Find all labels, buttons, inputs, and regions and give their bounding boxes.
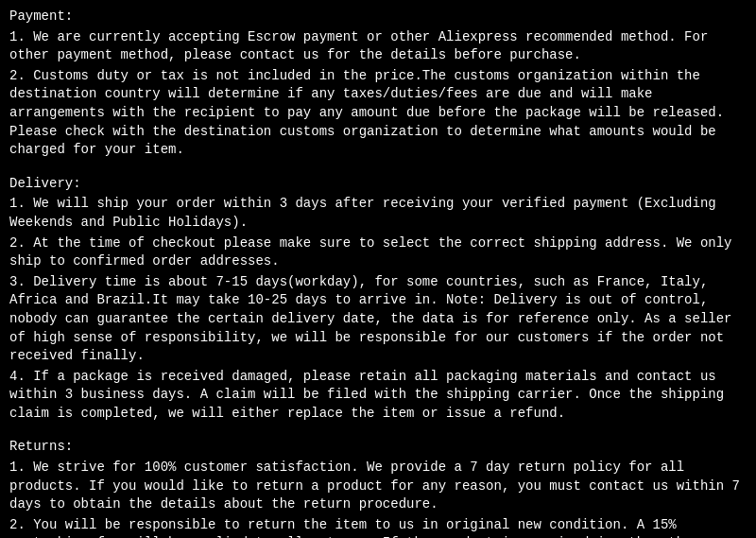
paragraph-delivery-4: 4. If a package is received damaged, ple… (9, 368, 747, 424)
paragraph-payment-1: 1. We are currently accepting Escrow pay… (9, 28, 747, 65)
paragraph-returns-2: 2. You will be responsible to return the… (9, 516, 747, 538)
paragraph-delivery-1: 1. We will ship your order within 3 days… (9, 195, 747, 232)
section-delivery: Delivery:1. We will ship your order with… (9, 175, 747, 424)
section-returns: Returns:1. We strive for 100% customer s… (9, 438, 747, 538)
section-heading-returns: Returns: (9, 438, 747, 457)
section-heading-delivery: Delivery: (9, 175, 747, 194)
paragraph-payment-2: 2. Customs duty or tax is not included i… (9, 67, 747, 160)
paragraph-delivery-3: 3. Delivery time is about 7-15 days(work… (9, 273, 747, 366)
page-content: Payment:1. We are currently accepting Es… (9, 8, 747, 538)
paragraph-delivery-2: 2. At the time of checkout please make s… (9, 234, 747, 271)
paragraph-returns-1: 1. We strive for 100% customer satisfact… (9, 459, 747, 514)
section-heading-payment: Payment: (9, 8, 747, 26)
section-payment: Payment:1. We are currently accepting Es… (9, 8, 747, 160)
